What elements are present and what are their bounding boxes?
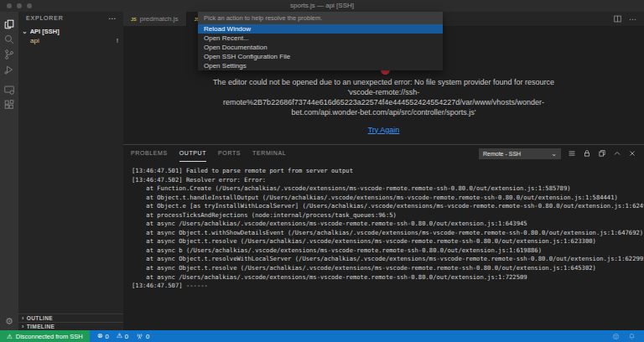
chevron-right-icon: › [22,315,24,321]
outline-section[interactable]: › OUTLINE [18,314,123,322]
output-channel-select[interactable]: Remote - SSH ⌄ [479,148,561,159]
quickpick-item-open-ssh-config[interactable]: Open SSH Configuration File [198,52,443,61]
chevron-down-icon: ⌄ [551,150,557,158]
editor-error-message: The editor could not be opened due to an… [213,78,554,117]
quick-input-field[interactable] [198,12,443,24]
panel-tab-problems[interactable]: PROBLEMS [131,146,168,161]
bottom-panel: PROBLEMS OUTPUT PORTS TERMINAL Remote - … [123,144,644,330]
notifications-bell-icon[interactable] [628,333,636,340]
lock-scroll-icon[interactable] [583,149,591,158]
js-file-icon: JS [131,17,137,22]
sidebar-title: EXPLORER [26,15,64,21]
feedback-smiley-icon[interactable] [612,333,620,340]
explorer-icon[interactable] [0,18,18,30]
quick-input-widget: Reload Window Open Recent... Open Docume… [198,12,443,70]
radio-tower-icon [136,333,143,340]
file-badge: ! [117,37,118,44]
maximize-panel-icon[interactable] [613,149,621,158]
warning-icon: ⚠ [7,333,13,340]
timeline-section[interactable]: › TIMELINE [18,322,123,330]
minimize-window-button[interactable] [17,3,22,8]
problems-warnings-indicator[interactable]: ⚠ 0 [117,330,128,342]
output-log: [13:46:47.501] Failed to parse remote po… [132,167,644,291]
window-controls [7,3,32,8]
panel-tab-terminal[interactable]: TERMINAL [252,146,286,161]
quickpick-item-open-recent[interactable]: Open Recent... [198,34,443,43]
manage-gear-icon[interactable]: ⚙ [0,315,18,327]
file-item-api[interactable]: api ! [18,36,123,45]
quickpick-item-reload-window[interactable]: Reload Window [198,24,443,34]
editor-more-actions-icon[interactable]: ⋯ [629,15,636,23]
extensions-icon[interactable] [0,99,18,111]
clear-output-icon[interactable] [568,149,576,158]
title-bar: sports.js — api [SSH] [0,0,644,12]
open-in-editor-icon[interactable] [598,149,606,158]
vscode-window: sports.js — api [SSH] ⚙ EXPLORER ⋯ ⌄ [0,0,644,342]
explorer-more-actions-icon[interactable]: ⋯ [108,16,117,21]
quickpick-item-open-settings[interactable]: Open Settings [198,61,443,70]
forwarded-ports-indicator[interactable]: 0 [136,333,149,340]
panel-tab-ports[interactable]: PORTS [218,146,241,161]
status-bar: ⚠ Disconnected from SSH ⊗ 0 ⚠ 0 0 [0,330,644,342]
activity-bar: ⚙ [0,12,18,330]
close-window-button[interactable] [7,3,12,8]
warning-icon: ⚠ [117,330,122,342]
run-debug-icon[interactable] [0,64,18,75]
sidebar-bottom-sections: › OUTLINE › TIMELINE [18,314,123,330]
remote-explorer-icon[interactable] [0,84,18,96]
window-title: sports.js — api [SSH] [0,0,644,12]
source-control-icon[interactable] [0,49,18,60]
problems-errors-indicator[interactable]: ⊗ 0 [97,330,109,342]
search-icon[interactable] [0,34,18,45]
remote-status-indicator[interactable]: ⚠ Disconnected from SSH [0,330,90,342]
panel-tab-output[interactable]: OUTPUT [179,146,206,162]
maximize-window-button[interactable] [27,3,32,8]
quick-input-list: Reload Window Open Recent... Open Docume… [198,24,443,70]
quickpick-item-open-documentation[interactable]: Open Documentation [198,43,443,52]
tab-predmatch-js[interactable]: JS predmatch.js [123,12,187,26]
file-label: api [30,37,39,44]
chevron-down-icon: ⌄ [22,28,28,35]
error-circle-icon: ⊗ [97,330,103,342]
chevron-right-icon: › [22,324,24,329]
explorer-sidebar: EXPLORER ⋯ ⌄ API [SSH] api ! › OUTLINE ›… [18,12,123,330]
close-panel-icon[interactable] [628,149,636,158]
split-editor-icon[interactable] [613,14,622,23]
workspace-section-header[interactable]: ⌄ API [SSH] [18,27,123,36]
tab-label: predmatch.js [140,15,179,23]
try-again-link[interactable]: Try Again [368,126,400,136]
